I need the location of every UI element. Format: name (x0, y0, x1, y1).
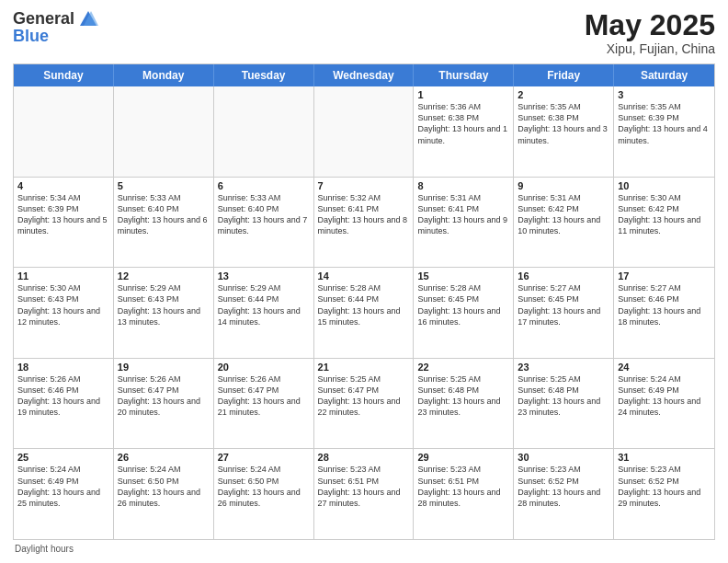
calendar-cell: 9Sunrise: 5:31 AM Sunset: 6:42 PM Daylig… (514, 178, 614, 268)
day-info: Sunrise: 5:32 AM Sunset: 6:41 PM Dayligh… (318, 192, 410, 237)
calendar-cell: 12Sunrise: 5:29 AM Sunset: 6:43 PM Dayli… (114, 268, 214, 358)
calendar: SundayMondayTuesdayWednesdayThursdayFrid… (13, 63, 715, 540)
weekday-header-sunday: Sunday (14, 64, 114, 86)
calendar-cell: 14Sunrise: 5:28 AM Sunset: 6:44 PM Dayli… (314, 268, 415, 358)
day-info: Sunrise: 5:30 AM Sunset: 6:42 PM Dayligh… (618, 192, 711, 237)
day-number: 13 (218, 270, 310, 282)
day-number: 5 (118, 180, 210, 191)
weekday-header-tuesday: Tuesday (214, 64, 314, 86)
day-info: Sunrise: 5:23 AM Sunset: 6:52 PM Dayligh… (618, 464, 711, 509)
day-number: 28 (318, 452, 410, 463)
calendar-cell: 16Sunrise: 5:27 AM Sunset: 6:45 PM Dayli… (514, 268, 614, 358)
calendar-cell: 25Sunrise: 5:24 AM Sunset: 6:49 PM Dayli… (14, 449, 114, 539)
day-info: Sunrise: 5:26 AM Sunset: 6:46 PM Dayligh… (17, 373, 109, 419)
day-number: 31 (618, 452, 711, 463)
day-info: Sunrise: 5:24 AM Sunset: 6:49 PM Dayligh… (618, 373, 711, 419)
calendar-cell: 3Sunrise: 5:35 AM Sunset: 6:39 PM Daylig… (614, 86, 714, 177)
day-number: 25 (17, 452, 109, 463)
day-number: 3 (618, 89, 711, 100)
day-info: Sunrise: 5:23 AM Sunset: 6:52 PM Dayligh… (518, 464, 609, 509)
day-info: Sunrise: 5:36 AM Sunset: 6:38 PM Dayligh… (417, 101, 509, 146)
day-info: Sunrise: 5:24 AM Sunset: 6:49 PM Dayligh… (17, 464, 109, 509)
day-number: 18 (17, 362, 109, 373)
calendar-cell: 15Sunrise: 5:28 AM Sunset: 6:45 PM Dayli… (414, 268, 514, 358)
calendar-cell: 26Sunrise: 5:24 AM Sunset: 6:50 PM Dayli… (114, 449, 214, 539)
day-number: 16 (518, 270, 609, 282)
calendar-cell: 20Sunrise: 5:26 AM Sunset: 6:47 PM Dayli… (214, 359, 314, 449)
calendar-cell: 19Sunrise: 5:26 AM Sunset: 6:47 PM Dayli… (114, 359, 214, 449)
calendar-cell: 27Sunrise: 5:24 AM Sunset: 6:50 PM Dayli… (214, 449, 314, 539)
day-number: 19 (118, 362, 210, 373)
calendar-cell: 5Sunrise: 5:33 AM Sunset: 6:40 PM Daylig… (114, 178, 214, 268)
calendar-cell: 2Sunrise: 5:35 AM Sunset: 6:38 PM Daylig… (514, 86, 614, 177)
day-number: 29 (417, 452, 509, 463)
day-number: 4 (17, 180, 109, 191)
weekday-header-thursday: Thursday (414, 64, 514, 86)
calendar-cell: 31Sunrise: 5:23 AM Sunset: 6:52 PM Dayli… (614, 449, 714, 539)
calendar-cell: 1Sunrise: 5:36 AM Sunset: 6:38 PM Daylig… (414, 86, 514, 177)
day-info: Sunrise: 5:23 AM Sunset: 6:51 PM Dayligh… (417, 464, 509, 509)
calendar-cell: 21Sunrise: 5:25 AM Sunset: 6:47 PM Dayli… (314, 359, 415, 449)
day-info: Sunrise: 5:24 AM Sunset: 6:50 PM Dayligh… (218, 464, 310, 509)
calendar-cell: 22Sunrise: 5:25 AM Sunset: 6:48 PM Dayli… (414, 359, 514, 449)
calendar-header-row: SundayMondayTuesdayWednesdayThursdayFrid… (14, 64, 714, 86)
calendar-cell (114, 86, 214, 177)
logo-icon (78, 9, 98, 29)
calendar-cell: 28Sunrise: 5:23 AM Sunset: 6:51 PM Dayli… (314, 449, 415, 539)
day-number: 27 (218, 452, 310, 463)
day-number: 21 (318, 362, 410, 373)
calendar-cell: 17Sunrise: 5:27 AM Sunset: 6:46 PM Dayli… (614, 268, 714, 358)
day-info: Sunrise: 5:25 AM Sunset: 6:48 PM Dayligh… (518, 373, 609, 419)
day-info: Sunrise: 5:28 AM Sunset: 6:44 PM Dayligh… (318, 282, 410, 327)
day-info: Sunrise: 5:33 AM Sunset: 6:40 PM Dayligh… (118, 192, 210, 237)
calendar-cell: 29Sunrise: 5:23 AM Sunset: 6:51 PM Dayli… (414, 449, 514, 539)
day-info: Sunrise: 5:25 AM Sunset: 6:48 PM Dayligh… (417, 373, 509, 419)
day-info: Sunrise: 5:29 AM Sunset: 6:44 PM Dayligh… (218, 282, 310, 327)
calendar-body: 1Sunrise: 5:36 AM Sunset: 6:38 PM Daylig… (14, 86, 714, 539)
calendar-cell: 18Sunrise: 5:26 AM Sunset: 6:46 PM Dayli… (14, 359, 114, 449)
calendar-cell (314, 86, 415, 177)
day-info: Sunrise: 5:33 AM Sunset: 6:40 PM Dayligh… (218, 192, 310, 237)
month-title: May 2025 (585, 9, 715, 41)
calendar-row-2: 11Sunrise: 5:30 AM Sunset: 6:43 PM Dayli… (14, 267, 714, 358)
day-info: Sunrise: 5:29 AM Sunset: 6:43 PM Dayligh… (118, 282, 210, 327)
weekday-header-saturday: Saturday (614, 64, 714, 86)
day-info: Sunrise: 5:26 AM Sunset: 6:47 PM Dayligh… (118, 373, 210, 419)
day-info: Sunrise: 5:27 AM Sunset: 6:46 PM Dayligh… (618, 282, 711, 327)
day-number: 14 (318, 270, 410, 282)
calendar-row-1: 4Sunrise: 5:34 AM Sunset: 6:39 PM Daylig… (14, 177, 714, 268)
day-info: Sunrise: 5:31 AM Sunset: 6:41 PM Dayligh… (417, 192, 509, 237)
day-info: Sunrise: 5:35 AM Sunset: 6:38 PM Dayligh… (518, 101, 609, 146)
day-number: 26 (118, 452, 210, 463)
day-number: 1 (417, 89, 509, 100)
day-number: 9 (518, 180, 609, 191)
day-info: Sunrise: 5:31 AM Sunset: 6:42 PM Dayligh… (518, 192, 609, 237)
day-number: 20 (218, 362, 310, 373)
day-number: 10 (618, 180, 711, 191)
day-info: Sunrise: 5:25 AM Sunset: 6:47 PM Dayligh… (318, 373, 410, 419)
calendar-row-0: 1Sunrise: 5:36 AM Sunset: 6:38 PM Daylig… (14, 86, 714, 177)
calendar-row-3: 18Sunrise: 5:26 AM Sunset: 6:46 PM Dayli… (14, 358, 714, 449)
day-info: Sunrise: 5:27 AM Sunset: 6:45 PM Dayligh… (518, 282, 609, 327)
footer-note: Daylight hours (13, 544, 715, 554)
weekday-header-monday: Monday (114, 64, 214, 86)
day-number: 2 (518, 89, 609, 100)
day-number: 15 (417, 270, 509, 282)
calendar-cell: 6Sunrise: 5:33 AM Sunset: 6:40 PM Daylig… (214, 178, 314, 268)
day-info: Sunrise: 5:23 AM Sunset: 6:51 PM Dayligh… (318, 464, 410, 509)
page: General Blue May 2025 Xipu, Fujian, Chin… (0, 0, 728, 563)
calendar-cell: 30Sunrise: 5:23 AM Sunset: 6:52 PM Dayli… (514, 449, 614, 539)
day-number: 12 (118, 270, 210, 282)
day-number: 6 (218, 180, 310, 191)
day-number: 17 (618, 270, 711, 282)
day-number: 8 (417, 180, 509, 191)
calendar-cell: 23Sunrise: 5:25 AM Sunset: 6:48 PM Dayli… (514, 359, 614, 449)
day-info: Sunrise: 5:24 AM Sunset: 6:50 PM Dayligh… (118, 464, 210, 509)
calendar-cell (14, 86, 114, 177)
day-number: 22 (417, 362, 509, 373)
header: General Blue May 2025 Xipu, Fujian, Chin… (13, 9, 715, 56)
day-number: 7 (318, 180, 410, 191)
calendar-cell: 7Sunrise: 5:32 AM Sunset: 6:41 PM Daylig… (314, 178, 415, 268)
calendar-cell: 8Sunrise: 5:31 AM Sunset: 6:41 PM Daylig… (414, 178, 514, 268)
day-info: Sunrise: 5:28 AM Sunset: 6:45 PM Dayligh… (417, 282, 509, 327)
